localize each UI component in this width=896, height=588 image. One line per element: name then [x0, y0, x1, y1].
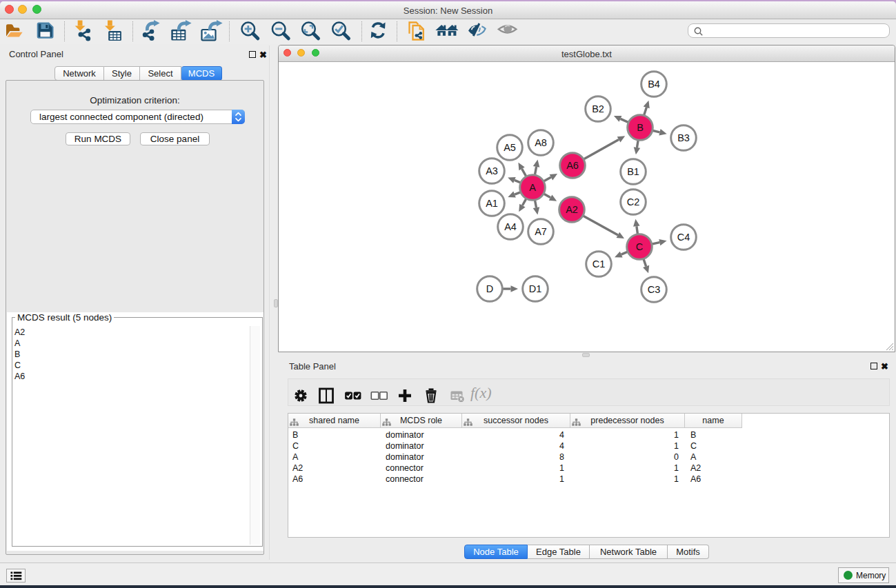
svg-text:C: C [636, 241, 643, 252]
svg-text:C1: C1 [593, 258, 606, 270]
svg-text:A: A [529, 182, 536, 193]
svg-text:A5: A5 [504, 142, 516, 153]
svg-text:B2: B2 [592, 103, 604, 114]
svg-text:C4: C4 [677, 232, 690, 243]
svg-text:A7: A7 [535, 226, 547, 237]
svg-text:D: D [486, 283, 493, 294]
svg-text:C3: C3 [648, 284, 661, 295]
svg-text:A3: A3 [486, 165, 498, 176]
svg-text:A1: A1 [486, 198, 498, 209]
svg-text:D1: D1 [529, 283, 542, 294]
svg-text:B4: B4 [648, 79, 660, 90]
svg-text:A2: A2 [566, 204, 578, 215]
svg-text:A4: A4 [504, 221, 517, 232]
svg-text:B1: B1 [627, 166, 639, 177]
svg-text:A6: A6 [566, 160, 579, 171]
svg-text:A8: A8 [535, 137, 547, 148]
svg-text:B: B [637, 122, 644, 133]
svg-text:C2: C2 [627, 196, 640, 207]
svg-text:B3: B3 [677, 132, 690, 143]
